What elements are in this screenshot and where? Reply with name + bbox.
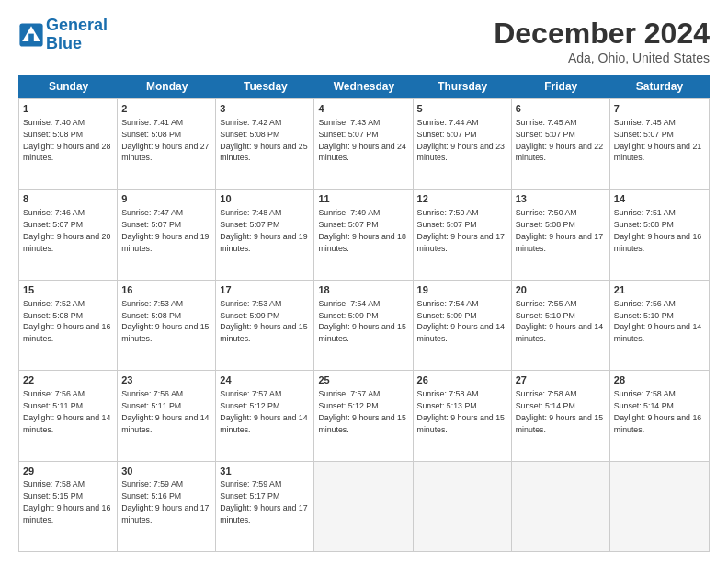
weekday-header: Thursday (414, 75, 512, 98)
cell-info: Sunrise: 7:56 AM Sunset: 5:10 PM Dayligh… (614, 299, 701, 344)
cell-info: Sunrise: 7:57 AM Sunset: 5:12 PM Dayligh… (318, 389, 405, 434)
calendar-day: 17Sunrise: 7:53 AM Sunset: 5:09 PM Dayli… (216, 281, 314, 370)
day-number: 19 (417, 283, 507, 297)
day-number: 24 (220, 373, 310, 387)
cell-info: Sunrise: 7:53 AM Sunset: 5:08 PM Dayligh… (121, 299, 209, 344)
cell-info: Sunrise: 7:43 AM Sunset: 5:07 PM Dayligh… (318, 118, 405, 163)
day-number: 12 (417, 192, 507, 206)
calendar-day: 6Sunrise: 7:45 AM Sunset: 5:07 PM Daylig… (512, 99, 610, 189)
month-title: December 2024 (494, 17, 710, 51)
cell-info: Sunrise: 7:58 AM Sunset: 5:14 PM Dayligh… (614, 389, 701, 434)
cell-info: Sunrise: 7:56 AM Sunset: 5:11 PM Dayligh… (23, 389, 110, 434)
calendar-day: 20Sunrise: 7:55 AM Sunset: 5:10 PM Dayli… (512, 281, 610, 370)
cell-info: Sunrise: 7:59 AM Sunset: 5:17 PM Dayligh… (220, 479, 307, 524)
weekday-header: Saturday (610, 75, 709, 98)
day-number: 21 (614, 283, 705, 297)
page: General Blue December 2024 Ada, Ohio, Un… (0, 0, 728, 563)
calendar-week: 15Sunrise: 7:52 AM Sunset: 5:08 PM Dayli… (19, 280, 709, 370)
empty-cell (314, 462, 413, 551)
cell-info: Sunrise: 7:58 AM Sunset: 5:15 PM Dayligh… (23, 479, 110, 524)
day-number: 31 (220, 465, 310, 478)
header: General Blue December 2024 Ada, Ohio, Un… (18, 17, 710, 65)
cell-info: Sunrise: 7:54 AM Sunset: 5:09 PM Dayligh… (417, 299, 505, 344)
empty-cell (610, 462, 709, 551)
calendar-day: 12Sunrise: 7:50 AM Sunset: 5:07 PM Dayli… (414, 190, 512, 279)
cell-info: Sunrise: 7:59 AM Sunset: 5:16 PM Dayligh… (121, 479, 209, 524)
cell-info: Sunrise: 7:50 AM Sunset: 5:07 PM Dayligh… (417, 208, 505, 253)
calendar-day: 21Sunrise: 7:56 AM Sunset: 5:10 PM Dayli… (610, 281, 709, 370)
day-number: 18 (318, 283, 408, 297)
calendar-day: 19Sunrise: 7:54 AM Sunset: 5:09 PM Dayli… (414, 281, 512, 370)
cell-info: Sunrise: 7:57 AM Sunset: 5:12 PM Dayligh… (220, 389, 307, 434)
calendar-day: 5Sunrise: 7:44 AM Sunset: 5:07 PM Daylig… (414, 99, 512, 189)
day-number: 28 (614, 373, 705, 387)
calendar-week: 22Sunrise: 7:56 AM Sunset: 5:11 PM Dayli… (19, 370, 709, 460)
day-number: 11 (318, 192, 408, 206)
weekday-header: Monday (118, 75, 216, 98)
cell-info: Sunrise: 7:53 AM Sunset: 5:09 PM Dayligh… (220, 299, 307, 344)
cell-info: Sunrise: 7:58 AM Sunset: 5:14 PM Dayligh… (516, 389, 603, 434)
logo-icon (18, 22, 44, 48)
day-number: 26 (417, 373, 507, 387)
day-number: 23 (121, 373, 211, 387)
calendar-day: 30Sunrise: 7:59 AM Sunset: 5:16 PM Dayli… (118, 462, 216, 551)
location: Ada, Ohio, United States (494, 51, 710, 65)
cell-info: Sunrise: 7:56 AM Sunset: 5:11 PM Dayligh… (121, 389, 209, 434)
day-number: 2 (121, 102, 211, 116)
logo-text: General Blue (46, 17, 108, 53)
weekday-header: Sunday (19, 75, 118, 98)
weekday-header: Wednesday (314, 75, 413, 98)
calendar: SundayMondayTuesdayWednesdayThursdayFrid… (18, 75, 710, 552)
day-number: 22 (23, 373, 113, 387)
cell-info: Sunrise: 7:49 AM Sunset: 5:07 PM Dayligh… (318, 208, 405, 253)
calendar-day: 29Sunrise: 7:58 AM Sunset: 5:15 PM Dayli… (19, 462, 118, 551)
day-number: 9 (121, 192, 211, 206)
cell-info: Sunrise: 7:54 AM Sunset: 5:09 PM Dayligh… (318, 299, 405, 344)
calendar-week: 8Sunrise: 7:46 AM Sunset: 5:07 PM Daylig… (19, 189, 709, 279)
day-number: 4 (318, 102, 408, 116)
calendar-day: 11Sunrise: 7:49 AM Sunset: 5:07 PM Dayli… (314, 190, 413, 279)
empty-cell (512, 462, 610, 551)
calendar-day: 15Sunrise: 7:52 AM Sunset: 5:08 PM Dayli… (19, 281, 118, 370)
cell-info: Sunrise: 7:50 AM Sunset: 5:08 PM Dayligh… (516, 208, 603, 253)
day-number: 6 (516, 102, 606, 116)
calendar-day: 3Sunrise: 7:42 AM Sunset: 5:08 PM Daylig… (216, 99, 314, 189)
weekday-header: Tuesday (216, 75, 314, 98)
cell-info: Sunrise: 7:46 AM Sunset: 5:07 PM Dayligh… (23, 208, 110, 253)
cell-info: Sunrise: 7:42 AM Sunset: 5:08 PM Dayligh… (220, 118, 307, 163)
calendar-week: 29Sunrise: 7:58 AM Sunset: 5:15 PM Dayli… (19, 461, 709, 551)
day-number: 29 (23, 465, 113, 478)
day-number: 17 (220, 283, 310, 297)
cell-info: Sunrise: 7:44 AM Sunset: 5:07 PM Dayligh… (417, 118, 505, 163)
day-number: 25 (318, 373, 408, 387)
cell-info: Sunrise: 7:48 AM Sunset: 5:07 PM Dayligh… (220, 208, 307, 253)
calendar-week: 1Sunrise: 7:40 AM Sunset: 5:08 PM Daylig… (19, 98, 709, 189)
calendar-day: 16Sunrise: 7:53 AM Sunset: 5:08 PM Dayli… (118, 281, 216, 370)
cell-info: Sunrise: 7:47 AM Sunset: 5:07 PM Dayligh… (121, 208, 209, 253)
day-number: 20 (516, 283, 606, 297)
day-number: 14 (614, 192, 705, 206)
empty-cell (414, 462, 512, 551)
day-number: 5 (417, 102, 507, 116)
day-number: 10 (220, 192, 310, 206)
logo: General Blue (18, 17, 108, 53)
day-number: 1 (23, 102, 113, 116)
calendar-day: 10Sunrise: 7:48 AM Sunset: 5:07 PM Dayli… (216, 190, 314, 279)
calendar-day: 22Sunrise: 7:56 AM Sunset: 5:11 PM Dayli… (19, 371, 118, 460)
calendar-day: 2Sunrise: 7:41 AM Sunset: 5:08 PM Daylig… (118, 99, 216, 189)
calendar-day: 13Sunrise: 7:50 AM Sunset: 5:08 PM Dayli… (512, 190, 610, 279)
day-number: 7 (614, 102, 705, 116)
title-block: December 2024 Ada, Ohio, United States (494, 17, 710, 65)
day-number: 8 (23, 192, 113, 206)
day-number: 16 (121, 283, 211, 297)
calendar-day: 27Sunrise: 7:58 AM Sunset: 5:14 PM Dayli… (512, 371, 610, 460)
calendar-day: 24Sunrise: 7:57 AM Sunset: 5:12 PM Dayli… (216, 371, 314, 460)
cell-info: Sunrise: 7:40 AM Sunset: 5:08 PM Dayligh… (23, 118, 110, 163)
weekday-header: Friday (512, 75, 610, 98)
cell-info: Sunrise: 7:55 AM Sunset: 5:10 PM Dayligh… (516, 299, 603, 344)
cell-info: Sunrise: 7:51 AM Sunset: 5:08 PM Dayligh… (614, 208, 701, 253)
calendar-day: 4Sunrise: 7:43 AM Sunset: 5:07 PM Daylig… (314, 99, 413, 189)
day-number: 13 (516, 192, 606, 206)
day-number: 27 (516, 373, 606, 387)
cell-info: Sunrise: 7:41 AM Sunset: 5:08 PM Dayligh… (121, 118, 209, 163)
